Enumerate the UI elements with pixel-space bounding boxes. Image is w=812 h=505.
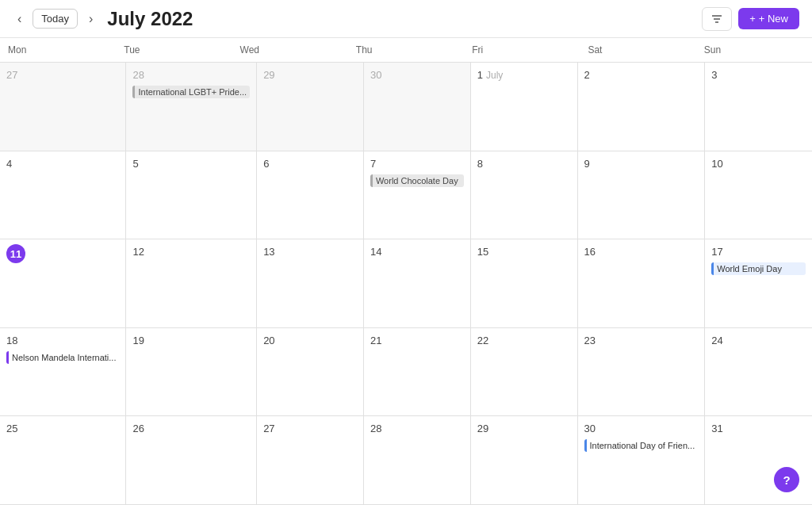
calendar-cell[interactable]: 16: [578, 239, 706, 328]
calendar-cell[interactable]: 18Nelson Mandela Internati...: [0, 328, 126, 417]
calendar-cell[interactable]: 4: [0, 151, 126, 240]
cell-date: 11: [6, 244, 25, 263]
calendar-cell[interactable]: 5: [126, 151, 257, 240]
calendar-cells: 2728International LGBT+ Pride...29301Jul…: [0, 63, 812, 505]
calendar-cell[interactable]: 3: [705, 63, 812, 151]
calendar-cell[interactable]: 12: [126, 239, 257, 328]
calendar-cell[interactable]: 17World Emoji Day: [705, 239, 812, 328]
cell-date: 18: [6, 335, 17, 346]
cell-date: 19: [132, 335, 144, 346]
calendar-cell[interactable]: 21: [364, 328, 471, 417]
cell-date: 9: [584, 158, 590, 170]
cell-date: 23: [584, 335, 596, 346]
cell-date: 28: [370, 423, 381, 434]
day-header-wed: Wed: [232, 38, 348, 62]
calendar-cell[interactable]: 22: [471, 328, 578, 417]
calendar-cell[interactable]: 29: [471, 416, 578, 505]
calendar-event[interactable]: Nelson Mandela Internati...: [6, 351, 119, 364]
calendar-cell[interactable]: 11: [0, 239, 126, 328]
cell-date: 24: [711, 335, 722, 346]
cell-date: 28: [132, 69, 144, 81]
day-headers: MonTueWedThuFriSatSun: [0, 38, 812, 63]
calendar-cell[interactable]: 15: [471, 239, 578, 328]
calendar-cell[interactable]: 19: [126, 328, 257, 417]
cell-date: 30: [370, 69, 381, 81]
new-event-button[interactable]: + + New: [738, 8, 799, 29]
day-header-sun: Sun: [696, 38, 812, 62]
prev-month-button[interactable]: ‹: [13, 9, 26, 29]
cell-date: 6: [263, 158, 269, 170]
calendar-cell[interactable]: 26: [126, 416, 257, 505]
cell-date: 26: [132, 423, 144, 434]
cell-date: 7: [370, 158, 376, 170]
calendar-cell[interactable]: 30: [364, 63, 471, 151]
calendar-grid: MonTueWedThuFriSatSun 2728International …: [0, 38, 812, 505]
day-header-thu: Thu: [348, 38, 464, 62]
calendar-cell[interactable]: 14: [364, 239, 471, 328]
new-label: + New: [759, 13, 788, 25]
cell-date: 29: [477, 423, 488, 434]
filter-icon: [710, 13, 723, 25]
cell-date: 2: [584, 69, 590, 81]
day-header-tue: Tue: [116, 38, 232, 62]
calendar-cell[interactable]: 25: [0, 416, 126, 505]
help-button[interactable]: ?: [774, 467, 799, 492]
cell-date: 22: [477, 335, 488, 346]
day-header-sat: Sat: [580, 38, 695, 62]
plus-icon: +: [749, 13, 756, 25]
month-label: July: [486, 70, 503, 81]
cell-date: 8: [477, 158, 483, 170]
calendar-cell[interactable]: 27: [0, 63, 126, 151]
calendar-cell[interactable]: 30International Day of Frien...: [578, 416, 706, 505]
today-button[interactable]: Today: [33, 9, 78, 29]
calendar-cell[interactable]: 28: [364, 416, 471, 505]
cell-date: 30: [584, 423, 596, 434]
calendar-event[interactable]: World Emoji Day: [711, 262, 806, 275]
day-header-fri: Fri: [464, 38, 580, 62]
calendar-cell[interactable]: 31: [705, 416, 812, 505]
cell-date: 27: [6, 69, 17, 81]
month-title: July 2022: [107, 8, 695, 30]
calendar-event[interactable]: International Day of Frien...: [584, 439, 699, 452]
cell-date: 17: [711, 246, 722, 258]
calendar-cell[interactable]: 13: [257, 239, 364, 328]
calendar-cell[interactable]: 20: [257, 328, 364, 417]
calendar-cell[interactable]: 6: [257, 151, 364, 240]
calendar-cell[interactable]: 2: [578, 63, 706, 151]
calendar-cell[interactable]: 9: [578, 151, 706, 240]
calendar-cell[interactable]: 1July: [471, 63, 578, 151]
cell-date: 15: [477, 246, 488, 258]
next-month-button[interactable]: ›: [84, 9, 98, 29]
cell-date: 10: [711, 158, 722, 170]
calendar-cell[interactable]: 28International LGBT+ Pride...: [126, 63, 257, 151]
calendar-event[interactable]: World Chocolate Day: [370, 174, 464, 187]
calendar-cell[interactable]: 24: [705, 328, 812, 417]
cell-date: 3: [711, 69, 717, 81]
cell-date: 13: [263, 246, 274, 258]
cell-date: 14: [370, 246, 381, 258]
cell-date: 27: [263, 423, 274, 434]
cell-date: 1: [477, 69, 483, 81]
cell-date: 16: [584, 246, 596, 258]
calendar-cell[interactable]: 23: [578, 328, 706, 417]
cell-date: 29: [263, 69, 274, 81]
cell-date: 4: [6, 158, 12, 170]
calendar-header: ‹ Today › July 2022 + + New: [0, 0, 812, 38]
calendar-cell[interactable]: 10: [705, 151, 812, 240]
cell-date: 25: [6, 423, 17, 434]
cell-date: 12: [132, 246, 144, 258]
cell-date: 5: [132, 158, 138, 170]
header-actions: + + New: [702, 7, 799, 31]
cell-date: 31: [711, 423, 722, 434]
calendar-event[interactable]: International LGBT+ Pride...: [132, 86, 250, 98]
calendar-cell[interactable]: 29: [257, 63, 364, 151]
calendar-cell[interactable]: 8: [471, 151, 578, 240]
cell-date: 20: [263, 335, 274, 346]
cell-date: 21: [370, 335, 381, 346]
calendar-cell[interactable]: 7World Chocolate Day: [364, 151, 471, 240]
filter-button[interactable]: [702, 7, 732, 31]
calendar-cell[interactable]: 27: [257, 416, 364, 505]
day-header-mon: Mon: [0, 38, 116, 62]
